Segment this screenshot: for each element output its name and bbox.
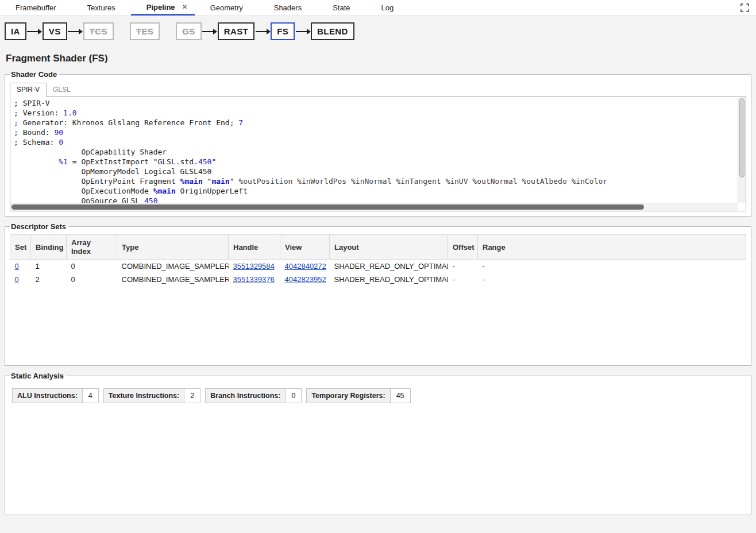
flow-arrow — [202, 31, 218, 32]
stat-value: 0 — [286, 389, 301, 403]
code-line: ; Bound: 90 — [14, 128, 734, 137]
handle-link[interactable]: 3551339376 — [233, 275, 275, 284]
flow-arrow — [295, 31, 311, 32]
tab-pipeline[interactable]: Pipeline ✕ — [131, 0, 195, 16]
layout-cell: SHADER_READ_ONLY_OPTIMAL — [330, 260, 448, 273]
stat-branch-instructions: Branch Instructions: 0 — [205, 388, 302, 403]
stage-vs[interactable]: VS — [43, 22, 67, 40]
stat-value: 2 — [184, 389, 200, 403]
tab-state[interactable]: State — [317, 0, 365, 16]
column-header-type[interactable]: Type — [117, 235, 229, 260]
vertical-scrollbar-thumb[interactable] — [739, 98, 745, 177]
flow-arrow — [67, 31, 83, 32]
binding-cell: 2 — [31, 273, 67, 286]
stat-label: Texture Instructions: — [104, 389, 184, 403]
layout-cell: SHADER_READ_ONLY_OPTIMAL — [330, 273, 448, 286]
column-header-offset[interactable]: Offset — [448, 235, 478, 260]
stat-label: ALU Instructions: — [13, 389, 83, 403]
tab-spirv[interactable]: SPIR-V — [10, 83, 47, 97]
code-line: OpCapability Shader — [14, 147, 734, 157]
tab-log[interactable]: Log — [366, 0, 410, 16]
tab-label: Pipeline — [146, 3, 175, 11]
code-line: ; Schema: 0 — [14, 137, 734, 147]
stat-label: Temporary Registers: — [307, 389, 390, 403]
code-line: %1 = OpExtInstImport "GLSL.std.450" — [14, 157, 734, 167]
tab-label: Log — [381, 3, 394, 12]
shader-code-tabbar: SPIR-V GLSL — [10, 82, 746, 96]
view-link[interactable]: 4042823952 — [285, 275, 326, 284]
array-index-cell: 0 — [67, 273, 117, 286]
shader-code-text: ; SPIR-V; Version: 1.0; Generator: Khron… — [10, 97, 746, 204]
descriptor-sets-group: Descriptor Sets Set Binding Array Index … — [5, 222, 751, 366]
stat-temporary-registers: Temporary Registers: 45 — [306, 388, 410, 403]
tab-shaders[interactable]: Shaders — [259, 0, 317, 16]
stat-alu-instructions: ALU Instructions: 4 — [12, 388, 99, 403]
code-line: ; Generator: Khronos Glslang Reference F… — [14, 118, 734, 128]
pipeline-flow: IA VS TCS TES GS RAST FS BLEND — [0, 16, 756, 47]
tab-label: State — [333, 3, 350, 12]
close-icon[interactable]: ✕ — [182, 3, 188, 11]
binding-cell: 1 — [31, 260, 67, 273]
column-header-array-index[interactable]: Array Index — [67, 235, 117, 260]
code-line: OpExecutionMode %main OriginUpperLeft — [14, 186, 734, 196]
static-analysis-group-label: Static Analysis — [10, 372, 66, 380]
set-link[interactable]: 0 — [15, 275, 19, 284]
horizontal-scrollbar[interactable] — [10, 203, 738, 211]
tab-label: Framebuffer — [16, 3, 56, 12]
column-header-layout[interactable]: Layout — [330, 235, 448, 260]
stage-ia[interactable]: IA — [5, 22, 26, 40]
set-link[interactable]: 0 — [15, 262, 19, 271]
stat-value: 45 — [391, 389, 410, 403]
static-analysis-stats: ALU Instructions: 4 Texture Instructions… — [10, 384, 746, 408]
range-cell: - — [478, 273, 746, 286]
stat-value: 4 — [83, 389, 98, 403]
descriptor-sets-group-label: Descriptor Sets — [10, 222, 68, 231]
column-header-binding[interactable]: Binding — [31, 235, 67, 260]
column-header-set[interactable]: Set — [10, 235, 31, 260]
table-row: 0 1 0 COMBINED_IMAGE_SAMPLER 3551329584 … — [10, 260, 746, 273]
tab-geometry[interactable]: Geometry — [195, 0, 259, 16]
tab-label: Geometry — [210, 3, 243, 12]
view-link[interactable]: 4042840272 — [285, 262, 326, 271]
stage-tcs[interactable]: TCS — [83, 22, 114, 40]
fullscreen-icon[interactable] — [734, 0, 756, 16]
column-header-view[interactable]: View — [280, 235, 330, 260]
type-cell: COMBINED_IMAGE_SAMPLER — [117, 273, 229, 286]
offset-cell: - — [448, 273, 478, 286]
code-line: ; Version: 1.0 — [14, 108, 734, 118]
range-cell: - — [478, 260, 746, 273]
page-title: Fragment Shader (FS) — [6, 53, 750, 64]
array-index-cell: 0 — [67, 260, 117, 273]
code-line: OpEntryPoint Fragment %main "main" %outP… — [14, 176, 734, 186]
flow-arrow — [26, 31, 43, 32]
tab-framebuffer[interactable]: Framebuffer — [0, 0, 72, 16]
tab-label: Textures — [87, 3, 115, 12]
handle-link[interactable]: 3551329584 — [233, 262, 275, 271]
stat-texture-instructions: Texture Instructions: 2 — [103, 388, 200, 403]
table-header-row: Set Binding Array Index Type Handle View… — [10, 235, 746, 260]
static-analysis-group: Static Analysis ALU Instructions: 4 Text… — [5, 372, 751, 515]
descriptor-sets-table: Set Binding Array Index Type Handle View… — [10, 234, 746, 286]
horizontal-scrollbar-thumb[interactable] — [11, 204, 644, 210]
stage-blend[interactable]: BLEND — [311, 22, 354, 40]
column-header-range[interactable]: Range — [478, 235, 746, 260]
stat-label: Branch Instructions: — [206, 389, 286, 403]
column-header-handle[interactable]: Handle — [229, 235, 280, 260]
offset-cell: - — [448, 260, 478, 273]
table-row: 0 2 0 COMBINED_IMAGE_SAMPLER 3551339376 … — [10, 273, 746, 286]
shader-code-viewport[interactable]: ; SPIR-V; Version: 1.0; Generator: Khron… — [10, 96, 746, 211]
tab-textures[interactable]: Textures — [72, 0, 131, 16]
flow-arrow — [254, 31, 271, 32]
tab-glsl[interactable]: GLSL — [47, 83, 77, 96]
stage-fs[interactable]: FS — [271, 22, 295, 40]
shader-code-group: Shader Code SPIR-V GLSL ; SPIR-V; Versio… — [5, 70, 751, 217]
type-cell: COMBINED_IMAGE_SAMPLER — [117, 260, 229, 273]
code-line: OpMemoryModel Logical GLSL450 — [14, 167, 734, 176]
stage-tes[interactable]: TES — [130, 22, 160, 40]
stage-gs[interactable]: GS — [176, 22, 201, 40]
shader-code-group-label: Shader Code — [10, 70, 59, 79]
stage-rast[interactable]: RAST — [218, 22, 254, 40]
tab-label: Shaders — [274, 3, 302, 12]
vertical-scrollbar[interactable] — [738, 97, 746, 203]
window-tabbar: Framebuffer Textures Pipeline ✕ Geometry… — [0, 0, 756, 16]
